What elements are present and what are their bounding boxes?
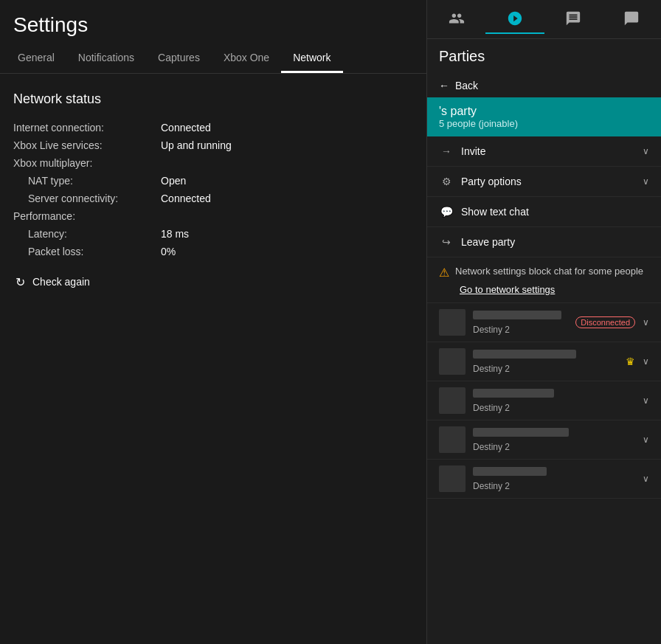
- party-options-chevron-icon: ∨: [643, 176, 649, 187]
- left-panel: Settings General Notifications Captures …: [0, 0, 426, 644]
- chat-icon: [623, 10, 640, 27]
- packet-loss-label: Packet loss:: [28, 246, 161, 257]
- friends-tab-btn[interactable]: [427, 4, 485, 34]
- leave-party-icon: ↪: [439, 235, 454, 249]
- internet-connection-label: Internet connection:: [13, 122, 161, 134]
- member-5-info: Destiny 2: [473, 467, 635, 491]
- server-connectivity-label: Server connectivity:: [28, 193, 161, 204]
- member-4-name: [473, 428, 569, 437]
- performance-label: Performance:: [13, 210, 161, 222]
- server-connectivity-row: Server connectivity: Connected: [13, 193, 413, 204]
- party-member-5[interactable]: Destiny 2 ∨: [427, 460, 661, 499]
- party-member-2[interactable]: Destiny 2 ♛ ∨: [427, 342, 661, 381]
- member-5-avatar: [439, 465, 466, 492]
- crown-icon: ♛: [626, 356, 635, 367]
- party-member-1[interactable]: Destiny 2 Disconnected ∨: [427, 303, 661, 342]
- member-5-game: Destiny 2: [473, 481, 510, 491]
- internet-connection-value: Connected: [161, 122, 211, 134]
- messages-tab-btn[interactable]: [544, 4, 603, 34]
- tab-notifications[interactable]: Notifications: [66, 44, 146, 73]
- menu-item-show-text-chat[interactable]: 💬 Show text chat: [427, 197, 661, 227]
- member-2-game: Destiny 2: [473, 364, 510, 374]
- menu-item-leave-party[interactable]: ↪ Leave party: [427, 227, 661, 257]
- back-button[interactable]: ← Back: [427, 74, 661, 97]
- party-header: 's party 5 people (joinable): [427, 97, 661, 136]
- member-3-chevron-icon: ∨: [643, 395, 649, 406]
- tab-xbox-one[interactable]: Xbox One: [212, 44, 281, 73]
- parties-tab-btn[interactable]: [485, 4, 544, 34]
- check-again-label: Check again: [32, 276, 90, 288]
- panel-title: Parties: [427, 39, 661, 74]
- invite-label: Invite: [461, 145, 635, 157]
- menu-item-party-options[interactable]: ⚙ Party options ∨: [427, 167, 661, 197]
- member-1-info: Destiny 2: [473, 311, 568, 335]
- parties-icon: [507, 10, 523, 27]
- go-to-network-settings-link[interactable]: Go to network settings: [439, 284, 649, 295]
- party-member-4[interactable]: Destiny 2 ∨: [427, 420, 661, 460]
- nat-type-value: Open: [161, 175, 186, 187]
- packet-loss-row: Packet loss: 0%: [13, 246, 413, 257]
- warning-text: Network settings block chat for some peo…: [455, 265, 643, 278]
- performance-row: Performance:: [13, 210, 413, 222]
- member-2-chevron-icon: ∨: [643, 356, 649, 367]
- section-title: Network status: [13, 91, 413, 107]
- internet-connection-row: Internet connection: Connected: [13, 122, 413, 134]
- member-3-avatar: [439, 387, 466, 414]
- member-3-game: Destiny 2: [473, 403, 510, 413]
- menu-item-invite[interactable]: → Invite ∨: [427, 136, 661, 167]
- party-member-3[interactable]: Destiny 2 ∨: [427, 381, 661, 420]
- member-4-chevron-icon: ∨: [643, 434, 649, 445]
- member-1-avatar: [439, 309, 466, 336]
- invite-chevron-icon: ∨: [643, 146, 649, 156]
- xbox-live-value: Up and running: [161, 139, 232, 151]
- friends-icon: [449, 10, 465, 27]
- packet-loss-value: 0%: [161, 246, 176, 257]
- right-panel: Parties ← Back 's party 5 people (joinab…: [426, 0, 661, 644]
- back-arrow-icon: ←: [439, 80, 449, 91]
- refresh-icon: ↻: [13, 275, 27, 288]
- member-4-game: Destiny 2: [473, 442, 510, 452]
- warning-section: ⚠ Network settings block chat for some p…: [427, 257, 661, 303]
- member-4-avatar: [439, 426, 466, 453]
- latency-row: Latency: 18 ms: [13, 228, 413, 240]
- nat-type-label: NAT type:: [28, 175, 161, 187]
- network-content: Network status Internet connection: Conn…: [0, 74, 426, 644]
- xbox-live-label: Xbox Live services:: [13, 139, 161, 151]
- warning-icon: ⚠: [439, 266, 449, 280]
- party-options-label: Party options: [461, 176, 635, 187]
- member-3-name: [473, 389, 554, 398]
- latency-value: 18 ms: [161, 228, 189, 240]
- member-2-name: [473, 350, 576, 359]
- party-count: 5 people (joinable): [439, 118, 649, 129]
- member-1-game: Destiny 2: [473, 325, 510, 335]
- tab-network[interactable]: Network: [281, 44, 342, 73]
- party-name: 's party: [439, 105, 649, 118]
- back-label: Back: [455, 80, 478, 91]
- member-2-avatar: [439, 348, 466, 375]
- member-3-info: Destiny 2: [473, 389, 635, 413]
- panel-icon-row: [427, 0, 661, 39]
- invite-icon: →: [439, 144, 454, 159]
- messages-icon: [565, 10, 581, 27]
- nav-tabs: General Notifications Captures Xbox One …: [0, 44, 426, 74]
- member-1-status: Disconnected: [575, 316, 635, 328]
- show-text-chat-icon: 💬: [439, 204, 454, 219]
- leave-party-label: Leave party: [461, 236, 649, 248]
- latency-label: Latency:: [28, 228, 161, 240]
- member-1-name: [473, 311, 561, 319]
- chat-tab-btn[interactable]: [603, 4, 661, 34]
- member-5-chevron-icon: ∨: [643, 474, 649, 484]
- member-5-name: [473, 467, 547, 476]
- member-2-info: Destiny 2: [473, 350, 618, 374]
- party-options-icon: ⚙: [439, 174, 454, 189]
- check-again-button[interactable]: ↻ Check again: [13, 275, 90, 288]
- nat-type-row: NAT type: Open: [13, 175, 413, 187]
- app-title: Settings: [0, 0, 426, 44]
- xbox-multiplayer-row: Xbox multiplayer:: [13, 157, 413, 169]
- member-4-info: Destiny 2: [473, 428, 635, 452]
- xbox-live-row: Xbox Live services: Up and running: [13, 139, 413, 151]
- tab-captures[interactable]: Captures: [146, 44, 212, 73]
- server-connectivity-value: Connected: [161, 193, 211, 204]
- tab-general[interactable]: General: [6, 44, 66, 73]
- warning-row: ⚠ Network settings block chat for some p…: [439, 265, 649, 280]
